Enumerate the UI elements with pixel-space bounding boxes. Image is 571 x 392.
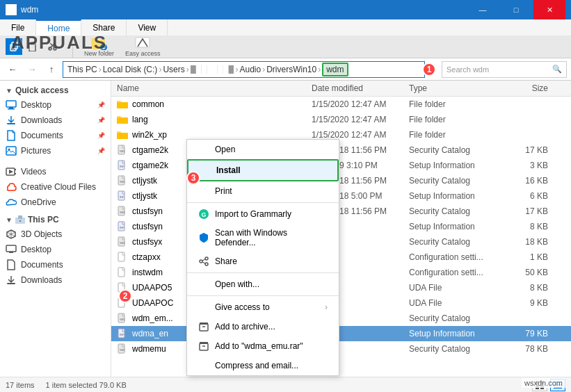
sidebar-item-creative-cloud[interactable]: Creative Cloud Files	[0, 179, 111, 195]
cut-btn[interactable]	[45, 38, 61, 55]
selected-info: 1 item selected 79.0 KB	[46, 381, 127, 389]
svg-marker-22	[9, 170, 13, 174]
sidebar-item-onedrive[interactable]: OneDrive	[0, 195, 111, 210]
ctx-item-add-to-"wdma_emu.rar"[interactable]: Add to "wdma_emu.rar"	[187, 336, 339, 356]
easy-access-btn[interactable]: Easy access	[125, 36, 161, 57]
file-list: common 1/15/2020 12:47 AM File folder la…	[111, 97, 571, 377]
table-row[interactable]: INF ctgame2k 7/8/2009 3:10 PM Setup Info…	[111, 158, 571, 173]
new-folder-btn[interactable]: + New folder	[84, 36, 114, 57]
tab-share[interactable]: Share	[81, 19, 127, 35]
file-type: Setup Information	[409, 222, 506, 231]
file-name: win2k_xp	[132, 130, 312, 140]
table-row[interactable]: UDAAPOC UDA File 9 KB	[111, 295, 571, 311]
file-type-icon: INF	[117, 328, 129, 339]
path-local-disk[interactable]: Local Disk (C:)	[103, 65, 158, 74]
table-row[interactable]: UDAAPO5 UDA File 8 KB	[111, 280, 571, 295]
address-path[interactable]: This PC › Local Disk (C:) › Users › ████…	[63, 61, 425, 78]
path-drivers[interactable]: DriversWin10	[266, 65, 316, 74]
table-row[interactable]: SEC wdm_em... Security Catalog	[111, 311, 571, 326]
tab-home[interactable]: Home	[36, 19, 81, 35]
table-row[interactable]: lang 1/15/2020 12:47 AM File folder	[111, 112, 571, 127]
col-size-header[interactable]: Size	[506, 83, 548, 93]
path-this-pc[interactable]: This PC	[67, 65, 97, 74]
ctx-label: Open	[215, 145, 235, 154]
table-row[interactable]: SEC ctljystk 8/14/2018 11:56 PM Security…	[111, 173, 571, 188]
svg-text:SEC: SEC	[120, 211, 125, 214]
file-type-icon: SEC	[117, 206, 129, 217]
file-type-icon	[117, 114, 129, 125]
path-audio[interactable]: Audio	[239, 65, 261, 74]
file-area: Name Date modified Type Size common 1/15…	[111, 81, 571, 377]
ctx-item-open[interactable]: Open	[187, 140, 339, 159]
up-button[interactable]: ↑	[43, 61, 60, 78]
forward-button[interactable]: →	[24, 61, 40, 78]
file-size: 78 KB	[506, 344, 548, 354]
table-row[interactable]: SEC ctgame2k 8/14/2018 11:56 PM Security…	[111, 142, 571, 158]
sidebar-item-downloads2[interactable]: Downloads	[0, 272, 111, 288]
ctx-item-share[interactable]: Share	[187, 252, 339, 271]
tab-view[interactable]: View	[127, 19, 168, 35]
ribbon: File Home Share View + New folder Easy a…	[0, 19, 571, 58]
svg-text:SEC: SEC	[120, 318, 125, 321]
ctx-item-scan-with-windows-defender...[interactable]: Scan with Windows Defender...	[187, 224, 339, 252]
ctx-label: Open with...	[215, 279, 259, 289]
table-row[interactable]: SEC ctusfsyn 8/14/2018 11:56 PM Security…	[111, 204, 571, 219]
ctx-item-print[interactable]: Print	[187, 181, 339, 201]
svg-text:INF: INF	[120, 195, 124, 199]
context-menu-separator	[187, 202, 339, 203]
file-size: 17 KB	[506, 145, 548, 155]
col-date-header[interactable]: Date modified	[312, 83, 409, 93]
file-type: File folder	[409, 130, 506, 140]
close-button[interactable]: ✕	[533, 0, 565, 19]
quick-access-header[interactable]: ▼ Quick access	[0, 83, 111, 97]
sidebar-item-desktop[interactable]: Desktop 📌	[0, 97, 111, 113]
file-type: File folder	[409, 115, 506, 124]
table-row[interactable]: SEC wdmemu Security Catalog 78 KB	[111, 341, 571, 357]
minimize-button[interactable]: —	[467, 0, 499, 19]
tab-file[interactable]: File	[0, 19, 36, 35]
ribbon-actions: + New folder Easy access	[0, 35, 571, 58]
ctx-item-install[interactable]: Install	[187, 159, 339, 181]
path-wdm[interactable]: wdm	[322, 63, 348, 76]
ctx-item-import-to-grammarly[interactable]: GImport to Grammarly	[187, 204, 339, 224]
svg-text:INF: INF	[120, 165, 124, 168]
col-name-header[interactable]: Name	[117, 83, 312, 93]
ctx-label: Print	[215, 186, 232, 196]
path-users[interactable]: Users	[163, 65, 184, 74]
table-row[interactable]: instwdm Configuration setti... 50 KB	[111, 265, 571, 280]
pin-icon-pictures: 📌	[97, 147, 105, 154]
ctx-label: Add to "wdma_emu.rar"	[215, 341, 303, 351]
table-row[interactable]: ctzapxx Configuration setti... 1 KB	[111, 250, 571, 265]
table-row[interactable]: common 1/15/2020 12:47 AM File folder	[111, 97, 571, 112]
svg-rect-11	[91, 38, 97, 41]
sidebar-item-3d[interactable]: 3D Objects	[0, 227, 111, 242]
file-type: UDA File	[409, 283, 506, 293]
svg-rect-70	[200, 322, 208, 325]
back-button[interactable]: ←	[4, 61, 21, 78]
ctx-item-open-with...[interactable]: Open with...	[187, 275, 339, 294]
path-user[interactable]: ██████	[191, 65, 234, 74]
ctx-item-give-access-to[interactable]: Give access to›	[187, 297, 339, 317]
ctx-item-compress-and-email...[interactable]: Compress and email...	[187, 356, 339, 375]
this-pc-header[interactable]: ▼ This PC	[0, 213, 111, 227]
table-row[interactable]: INF ctljystk 8/14/2018 5:00 PM Setup Inf…	[111, 188, 571, 204]
table-row[interactable]: win2k_xp 1/15/2020 12:47 AM File folder	[111, 127, 571, 142]
svg-rect-5	[31, 42, 35, 44]
file-type-icon: INF	[117, 190, 129, 202]
search-box[interactable]: Search wdm 🔍	[442, 61, 567, 78]
sidebar-item-downloads[interactable]: Downloads 📌	[0, 113, 111, 128]
paste-btn[interactable]	[25, 38, 42, 55]
table-row[interactable]: INF wdma_en Setup Information 79 KB	[111, 326, 571, 341]
sidebar-item-documents[interactable]: Documents 📌	[0, 128, 111, 143]
ribbon-tabs: File Home Share View	[0, 19, 571, 35]
sidebar-item-videos[interactable]: Videos	[0, 164, 111, 179]
table-row[interactable]: INF ctusfsyn Setup Information 8 KB	[111, 219, 571, 234]
sidebar-item-documents2[interactable]: Documents	[0, 257, 111, 272]
sidebar-item-pictures[interactable]: Pictures 📌	[0, 143, 111, 158]
copy-btn[interactable]	[6, 38, 22, 55]
sidebar-item-desktop2[interactable]: Desktop	[0, 242, 111, 257]
maximize-button[interactable]: □	[500, 0, 532, 19]
col-type-header[interactable]: Type	[409, 83, 506, 93]
table-row[interactable]: SEC ctusfsyx Security Catalog 18 KB	[111, 234, 571, 250]
ctx-item-add-to-archive...[interactable]: Add to archive...	[187, 317, 339, 336]
